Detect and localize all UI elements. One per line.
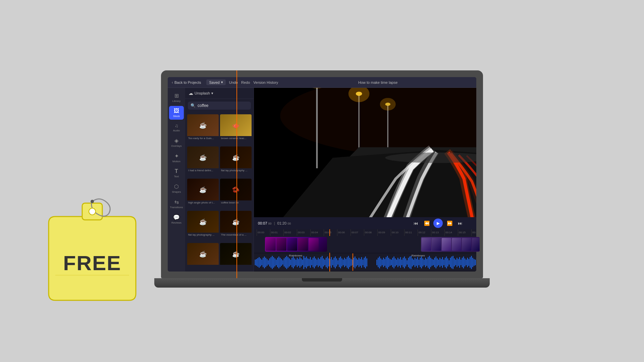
svg-rect-95 — [344, 258, 345, 267]
svg-rect-80 — [324, 260, 325, 265]
sidebar-item-motion[interactable]: ✦ Motion — [169, 151, 184, 165]
svg-rect-45 — [278, 256, 279, 268]
stock-image-1[interactable]: ☕Too early for a Guin... — [187, 114, 219, 145]
svg-rect-65 — [305, 258, 306, 267]
svg-rect-69 — [310, 257, 311, 268]
video-clip-2[interactable] — [421, 237, 476, 252]
rewind-button[interactable]: ⏪ — [423, 219, 431, 227]
svg-rect-130 — [399, 259, 400, 266]
svg-rect-126 — [393, 256, 394, 268]
stock-image-10[interactable]: ☕ — [220, 243, 252, 269]
timeline-ruler: 00:0000:0100:0200:0300:0400:0500:0600:07… — [254, 229, 476, 236]
svg-rect-165 — [445, 258, 446, 267]
overlays-icon: ◈ — [174, 137, 178, 144]
sidebar-label-library: Library — [172, 100, 180, 103]
ruler-mark: 00:08 — [364, 229, 377, 236]
svg-rect-138 — [409, 256, 410, 268]
stock-image-6[interactable]: 🫘coffee bean lot — [220, 179, 252, 209]
svg-text:FREE: FREE — [63, 251, 121, 275]
stock-image-7[interactable]: ☕flat lay photography ... — [187, 211, 219, 242]
sidebar-label-stock: Stock — [173, 115, 180, 118]
svg-rect-188 — [475, 260, 476, 265]
svg-rect-133 — [403, 258, 404, 267]
svg-rect-158 — [435, 256, 436, 268]
back-label[interactable]: Back to Projects — [174, 80, 201, 84]
svg-rect-166 — [446, 256, 447, 268]
ruler-mark: 00:13 — [431, 229, 444, 236]
video-clip-1[interactable] — [265, 237, 327, 252]
video-visual — [254, 88, 476, 217]
svg-rect-120 — [386, 257, 387, 268]
svg-rect-93 — [341, 258, 342, 266]
svg-rect-127 — [395, 258, 396, 266]
ruler-mark: 00:02 — [283, 229, 297, 236]
skip-to-start-button[interactable]: ⏮ — [412, 219, 420, 227]
redo-button[interactable]: Redo — [241, 80, 250, 84]
ruler-mark: 00:03 — [297, 229, 310, 236]
svg-rect-74 — [317, 260, 318, 265]
svg-rect-125 — [392, 258, 393, 267]
svg-rect-112 — [366, 258, 367, 266]
svg-rect-35 — [265, 258, 266, 267]
svg-rect-151 — [426, 259, 427, 266]
skip-to-end-button[interactable]: ⏭ — [456, 219, 464, 227]
search-input[interactable] — [198, 103, 248, 108]
sidebar-label-reviews: Reviews — [171, 221, 181, 224]
svg-rect-145 — [419, 260, 420, 265]
stock-image-3[interactable]: ☕I had a friend defini... — [187, 146, 219, 177]
svg-rect-77 — [320, 257, 321, 268]
sidebar-item-library[interactable]: ⊞ Library — [169, 90, 184, 105]
stock-panel: ☁ Unsplash ▾ 🔍 ☕Too early for a Guin...🫖… — [185, 88, 254, 272]
stock-image-9[interactable]: ☕ — [187, 243, 219, 269]
sidebar-item-transitions[interactable]: ⇆ Transitions — [169, 197, 184, 211]
ruler-mark: 00:06 — [337, 229, 351, 236]
sidebar-item-text[interactable]: T Text — [169, 166, 184, 180]
svg-rect-71 — [313, 258, 314, 267]
play-button[interactable]: ▶ — [433, 219, 443, 228]
stock-image-5[interactable]: ☕high angle photo of t... — [187, 179, 219, 209]
svg-rect-103 — [355, 256, 356, 268]
ruler-mark: 00:09 — [377, 229, 391, 236]
stock-image-8[interactable]: ☕The essentials of a ... — [220, 211, 252, 242]
back-to-projects-button[interactable]: ‹ Back to Projects — [172, 80, 201, 85]
svg-rect-52 — [287, 257, 288, 268]
svg-rect-66 — [306, 256, 307, 268]
stock-image-2[interactable]: 🫖brown ceramic teac... — [220, 114, 252, 145]
library-icon: ⊞ — [174, 93, 179, 99]
svg-rect-79 — [323, 258, 324, 266]
fast-forward-button[interactable]: ⏩ — [445, 219, 453, 227]
svg-rect-78 — [322, 256, 323, 269]
svg-rect-58 — [296, 260, 297, 265]
svg-rect-185 — [471, 256, 472, 269]
stock-provider[interactable]: ☁ Unsplash ▾ — [189, 90, 213, 96]
ruler-mark: 00:10 — [391, 229, 404, 236]
svg-point-15 — [380, 98, 396, 111]
sidebar-item-shapes[interactable]: ⬡ Shapes — [169, 181, 184, 195]
version-history-button[interactable]: Version History — [253, 80, 278, 84]
svg-rect-97 — [347, 257, 348, 268]
svg-text:Rainbows: Rainbows — [289, 255, 302, 257]
svg-rect-94 — [343, 260, 344, 265]
sidebar-item-overlays[interactable]: ◈ Overlays — [169, 135, 184, 149]
sidebar-item-audio[interactable]: ♫ Audio — [169, 121, 184, 134]
back-arrow-icon: ‹ — [172, 80, 173, 85]
svg-rect-30 — [259, 257, 260, 268]
ruler-mark: 00:15 — [458, 229, 471, 236]
stock-image-caption-7: flat lay photography ... — [187, 233, 219, 237]
svg-rect-67 — [307, 258, 308, 266]
sidebar-label-text: Text — [174, 175, 179, 178]
sidebar-item-stock[interactable]: 🖼 Stock — [169, 106, 184, 120]
saved-button[interactable]: Saved ▾ — [206, 79, 225, 85]
svg-rect-132 — [401, 260, 402, 265]
sidebar-item-reviews[interactable]: 💬 Reviews — [169, 212, 184, 226]
svg-rect-47 — [281, 259, 282, 266]
top-bar: ‹ Back to Projects Saved ▾ Undo Redo Ver… — [168, 77, 476, 88]
ruler-mark: 00:14 — [444, 229, 458, 236]
ruler-mark: 00:05 — [324, 229, 337, 236]
svg-rect-117 — [382, 260, 383, 265]
provider-name: Unsplash — [195, 91, 210, 95]
stock-image-4[interactable]: ☕flat lay photography ... — [220, 146, 252, 177]
svg-rect-44 — [277, 258, 278, 267]
svg-rect-31 — [260, 258, 261, 266]
svg-rect-107 — [360, 259, 361, 266]
